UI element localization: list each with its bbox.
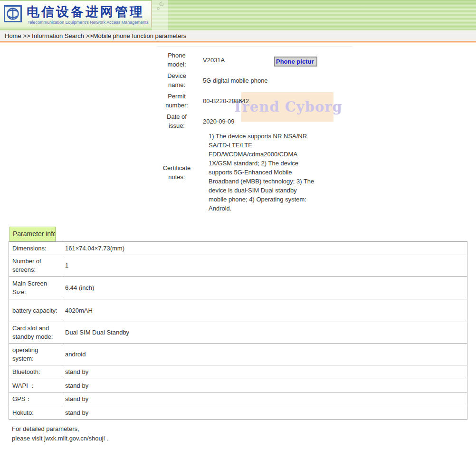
param-value-cell: android: [62, 344, 467, 365]
param-label-cell: operating system:: [9, 344, 62, 365]
field-label-date-of-issue: Date of issue:: [160, 112, 193, 130]
certificate-notes-text: 1) The device supports NR NSA/NR SA/TD-L…: [209, 132, 319, 213]
table-row: Bluetooth: stand by: [9, 365, 467, 379]
table-row: Card slot and standby mode: Dual SIM Dua…: [9, 322, 467, 344]
table-row: GPS： stand by: [9, 392, 467, 406]
field-label-device-name: Device name:: [160, 71, 193, 89]
parameters-table: Dimensions: 161×74.04×7.73(mm) Number of…: [9, 241, 467, 420]
param-value-cell: 6.44 (inch): [62, 277, 467, 299]
tenaa-logo-icon: [4, 5, 22, 24]
param-value-cell: Dual SIM Dual Standby: [62, 322, 467, 344]
param-label-cell: Dimensions:: [9, 242, 62, 255]
field-label-permit-number: Permit number:: [160, 92, 193, 110]
param-value-cell: 1: [62, 255, 467, 277]
param-label-cell: Bluetooth:: [9, 365, 62, 379]
watermark-box: Trend Cyborg: [241, 92, 333, 122]
header-banner: 电信设备进网管理 Telecommunication Equipment's N…: [0, 0, 476, 30]
param-label-cell: Card slot and standby mode:: [9, 322, 62, 344]
table-row: Main Screen Size: 6.44 (inch): [9, 277, 467, 299]
param-label-cell: GPS：: [9, 392, 62, 406]
param-value-cell: 4020mAH: [62, 299, 467, 322]
param-value-cell: stand by: [62, 406, 467, 420]
breadcrumb-accent-line-light: [0, 42, 476, 43]
field-value-phone-model: V2031A: [203, 56, 225, 65]
footer-note: For detailed parameters, please visit jw…: [12, 424, 108, 443]
table-row: battery capacity: 4020mAH: [9, 299, 467, 322]
field-value-permit-number: 00-B220-208642: [203, 96, 249, 105]
page: 电信设备进网管理 Telecommunication Equipment's N…: [0, 0, 476, 459]
table-row: Hokuto: stand by: [9, 406, 467, 420]
site-title-chinese: 电信设备进网管理: [27, 3, 144, 20]
param-label-cell: Number of screens:: [9, 255, 62, 277]
field-value-date-of-issue: 2020-09-09: [203, 117, 235, 126]
header-logo-panel: 电信设备进网管理 Telecommunication Equipment's N…: [0, 1, 152, 28]
decorative-sketch-icon: [155, 1, 166, 13]
param-value-cell: stand by: [62, 392, 467, 406]
param-value-cell: stand by: [62, 365, 467, 379]
field-value-device-name: 5G digital mobile phone: [203, 76, 268, 85]
param-label-cell: Main Screen Size:: [9, 277, 62, 299]
table-row: Dimensions: 161×74.04×7.73(mm): [9, 242, 467, 255]
breadcrumb[interactable]: Home >> Information Search >>Mobile phon…: [0, 30, 476, 41]
field-label-certificate-notes: Certificate notes:: [160, 163, 193, 182]
table-row: Number of screens: 1: [9, 255, 467, 277]
param-value-cell: 161×74.04×7.73(mm): [62, 242, 467, 255]
param-value-cell: stand by: [62, 379, 467, 392]
watermark-text: Trend Cyborg: [232, 99, 343, 115]
param-label-cell: WAPI ：: [9, 379, 62, 392]
table-row: operating system: android: [9, 344, 467, 365]
param-label-cell: Hokuto:: [9, 406, 62, 420]
site-subtitle-english: Telecommunication Equipment's Network Ac…: [28, 20, 149, 25]
parameter-info-tab[interactable]: Parameter info: [10, 227, 56, 241]
form-top-border: [157, 46, 352, 47]
param-label-cell: battery capacity:: [9, 299, 62, 322]
table-row: WAPI ： stand by: [9, 379, 467, 392]
field-label-phone-model: Phone model:: [160, 51, 193, 69]
phone-pictures-button[interactable]: Phone pictur: [274, 57, 317, 67]
